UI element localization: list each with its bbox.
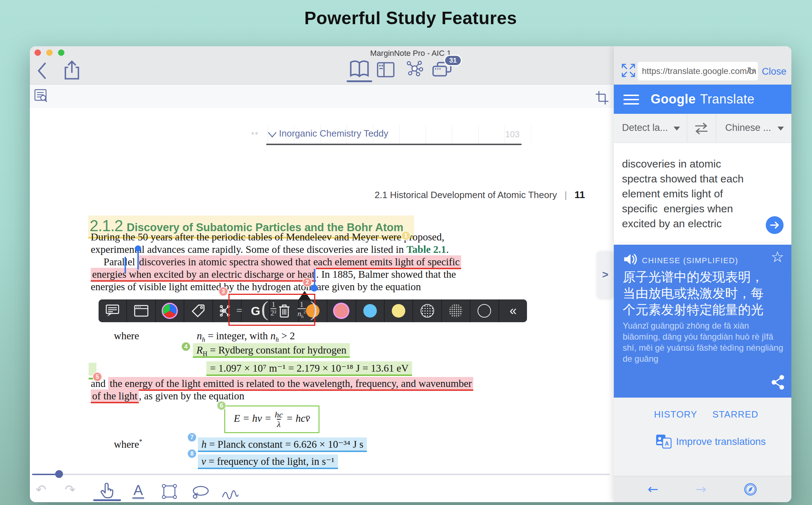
close-panel-button[interactable]: Close (762, 66, 786, 77)
pinyin-line: biǎomíng, dāng yóu fàngdiàn huò rè jīfā (623, 331, 773, 342)
active-tool-underline (93, 499, 121, 501)
document-view-button[interactable] (349, 59, 370, 79)
redo-button[interactable]: ↷ (65, 482, 75, 497)
mindmap-view-button[interactable] (405, 60, 424, 79)
expand-browser-button[interactable] (621, 63, 636, 78)
translation-result-card: CHINESE (SIMPLIFIED) ☆ 原子光谱中的发现表明， 当由放电或… (614, 245, 791, 398)
annotation-badge-7[interactable]: 7 (187, 432, 197, 442)
page-progress-track[interactable] (32, 474, 610, 475)
separator (687, 114, 687, 143)
nh-definition: nh = integer, with nh > 2 (197, 330, 295, 344)
paragraph-line: energies when excited by an electric dis… (91, 269, 456, 280)
swap-languages-button[interactable] (693, 122, 710, 135)
lasso-tool-button[interactable] (191, 485, 210, 500)
source-text-line[interactable]: specific energies when (622, 201, 733, 216)
comment-button[interactable] (99, 299, 126, 322)
paragraph-text: , as given by the equation (139, 390, 244, 402)
document-tab[interactable]: Inorganic Chemistry Teddy (279, 128, 388, 139)
equation-highlight-box[interactable]: E = hv = hcλ = hcv̄ (224, 405, 320, 433)
annotation-badge-8[interactable]: 8 (187, 449, 197, 458)
card-button[interactable] (127, 299, 155, 322)
paragraph-line: energies of visible light emitted by the… (91, 281, 421, 293)
planck-definition: h = Planck constant = 6.626 × 10⁻³⁴ J s (198, 438, 367, 450)
selection-caret (125, 257, 126, 273)
target-language-dropdown[interactable]: Chinese ... (725, 122, 771, 133)
pink-highlight[interactable]: discoveries in atomic spectra showed tha… (138, 255, 461, 269)
scribble-tool-button[interactable] (221, 482, 238, 500)
equation-fragment: ( (261, 298, 268, 319)
source-text-line[interactable]: discoveries in atomic (622, 156, 721, 171)
chevron-down-icon (268, 132, 277, 138)
page-progress-knob[interactable] (55, 470, 63, 478)
where-label: where* (114, 438, 142, 450)
pink-highlight[interactable]: of the light (91, 389, 139, 403)
outline-search-icon (34, 89, 48, 103)
fill-style-dotted[interactable] (442, 299, 470, 322)
where-label: where (114, 330, 139, 342)
share-button[interactable] (63, 60, 81, 80)
translate-submit-button[interactable] (766, 216, 784, 234)
selection-handle-stem (137, 251, 139, 270)
listen-button[interactable] (623, 253, 638, 266)
table-reference-link[interactable]: Table 2.1 (406, 244, 446, 255)
google-translate-logo: GoogleTranslate (650, 92, 754, 107)
doc-page-number: 11 (574, 189, 585, 200)
source-language-dropdown[interactable]: Detect la... (622, 122, 668, 133)
caret-down-icon (674, 127, 680, 131)
tag-button[interactable] (184, 299, 212, 322)
translate-panel: https://translate.google.com/m ↻ Close G… (614, 46, 791, 502)
browser-topbar: https://translate.google.com/m ↻ Close (614, 46, 791, 85)
book-icon (349, 59, 370, 79)
selection-handle-stem (314, 269, 315, 285)
text-tool-button[interactable]: A (132, 483, 144, 499)
double-chevron-left-icon: « (510, 303, 517, 318)
share-icon (63, 60, 81, 80)
star-button[interactable]: ☆ (771, 248, 784, 266)
annotation-badge-1[interactable]: 1 (401, 231, 411, 240)
undo-button[interactable]: ↶ (36, 482, 46, 497)
paragraph-line: During the 50 years after the periodic t… (91, 231, 444, 243)
arrow-right-icon (769, 220, 780, 230)
improve-translations-button[interactable]: A (655, 433, 672, 450)
collapse-toolbar-button[interactable]: « (499, 299, 527, 322)
lasso-icon (191, 485, 210, 500)
color-wheel-button[interactable] (156, 299, 184, 322)
highlight-color-blue[interactable] (356, 299, 384, 322)
source-text-line[interactable]: excited by an electric (622, 216, 722, 231)
nav-back-button[interactable]: ← (648, 476, 658, 502)
crop-button[interactable] (595, 90, 609, 106)
history-link[interactable]: HISTORY (654, 409, 697, 420)
menu-button[interactable] (623, 95, 639, 105)
annotation-badge-3[interactable]: 3 (218, 287, 228, 296)
expand-panel-tab[interactable]: > (597, 251, 613, 298)
scribble-icon (221, 482, 238, 500)
share-translation-button[interactable] (771, 375, 785, 390)
open-in-safari-button[interactable] (744, 483, 757, 496)
rydberg-definition: RH = Rydberg constant for hydrogen (193, 344, 350, 358)
annotation-badge-4[interactable]: 4 (181, 342, 191, 351)
annotation-badge-5[interactable]: 5 (93, 372, 102, 382)
tab-dropdown-button[interactable] (268, 132, 277, 138)
annotation-badge-2[interactable]: 2 (302, 277, 312, 287)
hand-tool-button[interactable] (99, 482, 116, 500)
highlight-color-pink-selected[interactable] (327, 299, 355, 322)
highlight-color-yellow[interactable] (385, 299, 412, 322)
selection-handle-end[interactable] (311, 285, 318, 292)
running-header-text: 2.1 Historical Development of Atomic The… (375, 190, 557, 200)
starred-link[interactable]: STARRED (712, 409, 758, 420)
outline-search-button[interactable] (34, 89, 48, 103)
reload-icon[interactable]: ↻ (747, 62, 756, 80)
url-field[interactable]: https://translate.google.com/m ↻ (638, 62, 758, 80)
split-view-button[interactable] (376, 61, 395, 78)
source-text-line[interactable]: spectra showed that each (622, 171, 744, 186)
translate-footer-section: HISTORY STARRED A Improve translations (614, 398, 791, 476)
rect-select-tool-button[interactable] (161, 483, 178, 500)
back-button[interactable] (36, 62, 48, 80)
fill-style-dotted-outline[interactable] (413, 299, 441, 322)
annotation-badge-6[interactable]: 6 (217, 401, 226, 410)
nav-forward-button[interactable]: → (696, 476, 706, 502)
header-separator: | (564, 190, 567, 200)
source-text-line[interactable]: element emits light of (622, 186, 723, 201)
fill-style-outline[interactable] (470, 299, 498, 322)
pink-highlight[interactable]: the energy of the light emitted is relat… (108, 377, 473, 391)
